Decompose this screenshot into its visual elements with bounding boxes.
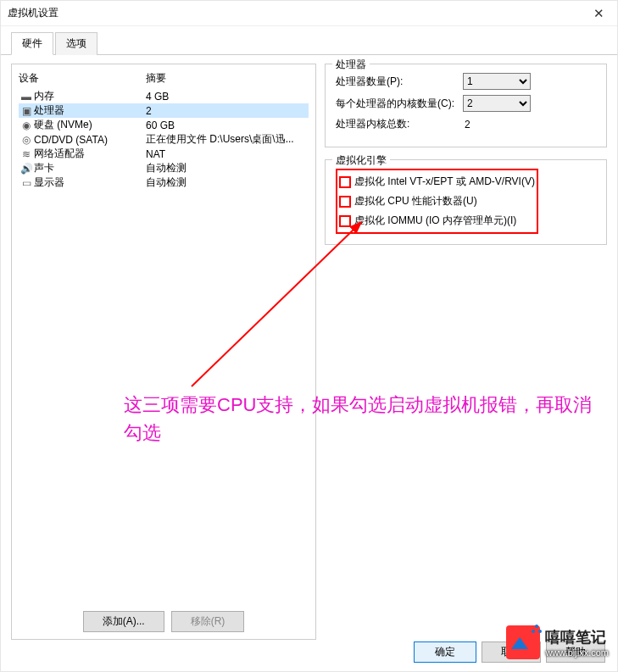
cpu-icon: ▣ xyxy=(19,105,34,117)
checkbox-icon[interactable] xyxy=(339,196,351,208)
device-name: 处理器 xyxy=(34,103,146,118)
processor-group-title: 处理器 xyxy=(332,58,370,72)
ok-button[interactable]: 确定 xyxy=(414,641,476,663)
col-header-device: 设备 xyxy=(19,71,146,86)
tab-options[interactable]: 选项 xyxy=(55,32,97,55)
device-list-pane: 设备 摘要 ▬内存4 GB▣处理器2◉硬盘 (NVMe)60 GB◎CD/DVD… xyxy=(11,64,316,640)
col-header-summary: 摘要 xyxy=(146,71,309,86)
virt-perf-label: 虚拟化 CPU 性能计数器(U) xyxy=(354,194,477,208)
device-summary: 自动检测 xyxy=(146,161,309,175)
memory-icon: ▬ xyxy=(19,91,34,103)
device-buttons: 添加(A)... 移除(R) xyxy=(19,604,309,632)
dialog-buttons: 确定 取消 帮助 xyxy=(414,641,605,663)
disk-icon: ◉ xyxy=(19,119,34,131)
device-table: 设备 摘要 ▬内存4 GB▣处理器2◉硬盘 (NVMe)60 GB◎CD/DVD… xyxy=(19,71,309,604)
num-processors-label: 处理器数量(P): xyxy=(336,75,463,89)
cores-per-select[interactable]: 2 xyxy=(463,95,531,112)
checkbox-icon[interactable] xyxy=(339,176,351,188)
close-button[interactable]: ✕ xyxy=(580,1,617,26)
virt-perf-row[interactable]: 虚拟化 CPU 性能计数器(U) xyxy=(339,194,535,208)
virt-iommu-label: 虚拟化 IOMMU (IO 内存管理单元)(I) xyxy=(354,214,516,228)
cd-icon: ◎ xyxy=(19,134,34,146)
device-summary: 4 GB xyxy=(146,91,309,103)
device-name: 网络适配器 xyxy=(34,147,146,161)
device-row[interactable]: ▣处理器2 xyxy=(19,103,309,118)
device-name: 内存 xyxy=(34,89,146,103)
processor-group: 处理器 处理器数量(P): 1 每个处理器的内核数量(C): 2 处理器内 xyxy=(325,64,607,147)
right-pane: 处理器 处理器数量(P): 1 每个处理器的内核数量(C): 2 处理器内 xyxy=(325,64,607,640)
cores-per-label: 每个处理器的内核数量(C): xyxy=(336,97,463,111)
device-summary: 正在使用文件 D:\Users\桌面\迅... xyxy=(146,132,309,147)
virt-vt-row[interactable]: 虚拟化 Intel VT-x/EPT 或 AMD-V/RVI(V) xyxy=(339,175,535,189)
titlebar: 虚拟机设置 ✕ xyxy=(1,1,617,26)
total-cores-label: 处理器内核总数: xyxy=(336,117,463,131)
tab-hardware[interactable]: 硬件 xyxy=(11,32,53,55)
cancel-button[interactable]: 取消 xyxy=(482,641,541,663)
device-row[interactable]: ◎CD/DVD (SATA)正在使用文件 D:\Users\桌面\迅... xyxy=(19,132,309,147)
device-name: 声卡 xyxy=(34,161,146,175)
device-summary: 自动检测 xyxy=(146,175,309,190)
device-name: 硬盘 (NVMe) xyxy=(34,118,146,132)
device-row[interactable]: ≋网络适配器NAT xyxy=(19,147,309,161)
virt-checks-highlight: 虚拟化 Intel VT-x/EPT 或 AMD-V/RVI(V) 虚拟化 CP… xyxy=(336,169,538,234)
add-button[interactable]: 添加(A)... xyxy=(83,611,164,632)
device-summary: 2 xyxy=(146,105,309,117)
window-title: 虚拟机设置 xyxy=(8,6,58,20)
device-summary: NAT xyxy=(146,148,309,160)
device-row[interactable]: ▭显示器自动检测 xyxy=(19,175,309,190)
device-row[interactable]: 🔊声卡自动检测 xyxy=(19,161,309,175)
annotation-text: 这三项需要CPU支持，如果勾选启动虚拟机报错，再取消勾选 xyxy=(124,391,599,447)
device-header: 设备 摘要 xyxy=(19,71,309,89)
virt-engine-title: 虚拟化引擎 xyxy=(332,153,390,168)
tabs: 硬件 选项 xyxy=(1,26,617,55)
device-row[interactable]: ◉硬盘 (NVMe)60 GB xyxy=(19,118,309,132)
device-name: 显示器 xyxy=(34,175,146,190)
device-summary: 60 GB xyxy=(146,119,309,131)
num-processors-select[interactable]: 1 xyxy=(463,73,531,90)
virt-engine-group: 虚拟化引擎 虚拟化 Intel VT-x/EPT 或 AMD-V/RVI(V) … xyxy=(325,159,607,245)
checkbox-icon[interactable] xyxy=(339,215,351,227)
remove-button[interactable]: 移除(R) xyxy=(171,611,245,632)
device-name: CD/DVD (SATA) xyxy=(34,134,146,146)
sound-icon: 🔊 xyxy=(19,163,34,175)
virt-iommu-row[interactable]: 虚拟化 IOMMU (IO 内存管理单元)(I) xyxy=(339,214,535,228)
main-area: 设备 摘要 ▬内存4 GB▣处理器2◉硬盘 (NVMe)60 GB◎CD/DVD… xyxy=(1,55,617,648)
device-row[interactable]: ▬内存4 GB xyxy=(19,89,309,103)
total-cores-value: 2 xyxy=(463,119,470,131)
help-button[interactable]: 帮助 xyxy=(546,641,605,663)
display-icon: ▭ xyxy=(19,177,34,189)
net-icon: ≋ xyxy=(19,148,34,160)
virt-vt-label: 虚拟化 Intel VT-x/EPT 或 AMD-V/RVI(V) xyxy=(354,175,535,189)
